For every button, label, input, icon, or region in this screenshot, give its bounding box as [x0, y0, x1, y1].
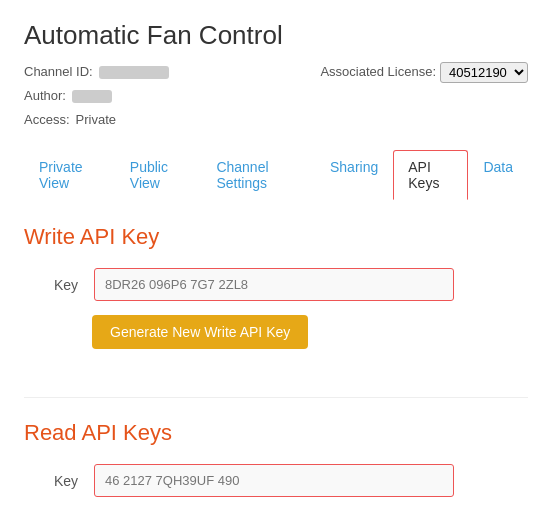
read-api-key-input[interactable]	[94, 464, 454, 497]
write-api-key-input[interactable]	[94, 268, 454, 301]
tab-sharing[interactable]: Sharing	[315, 150, 393, 200]
tab-bar: Private View Public View Channel Setting…	[24, 149, 528, 200]
channel-id-value	[99, 66, 169, 79]
tab-data[interactable]: Data	[468, 150, 528, 200]
section-divider	[24, 397, 528, 398]
generate-write-key-button[interactable]: Generate New Write API Key	[92, 315, 308, 349]
page-title: Automatic Fan Control	[24, 20, 528, 51]
access-label: Access:	[24, 109, 70, 131]
tab-public-view[interactable]: Public View	[115, 150, 202, 200]
tab-private-view[interactable]: Private View	[24, 150, 115, 200]
read-key-label: Key	[54, 473, 82, 489]
write-key-label: Key	[54, 277, 82, 293]
tab-api-keys[interactable]: API Keys	[393, 150, 468, 200]
author-label: Author:	[24, 85, 66, 107]
channel-id-label: Channel ID:	[24, 61, 93, 83]
associated-license-select[interactable]: 40512190	[440, 62, 528, 83]
associated-license-label: Associated License:	[320, 61, 436, 83]
tab-channel-settings[interactable]: Channel Settings	[201, 150, 315, 200]
read-api-section: Read API Keys Key	[24, 420, 528, 497]
access-value: Private	[76, 109, 116, 131]
write-api-section: Write API Key Key Generate New Write API…	[24, 224, 528, 369]
read-api-title: Read API Keys	[24, 420, 528, 446]
write-api-title: Write API Key	[24, 224, 528, 250]
author-value	[72, 90, 112, 103]
